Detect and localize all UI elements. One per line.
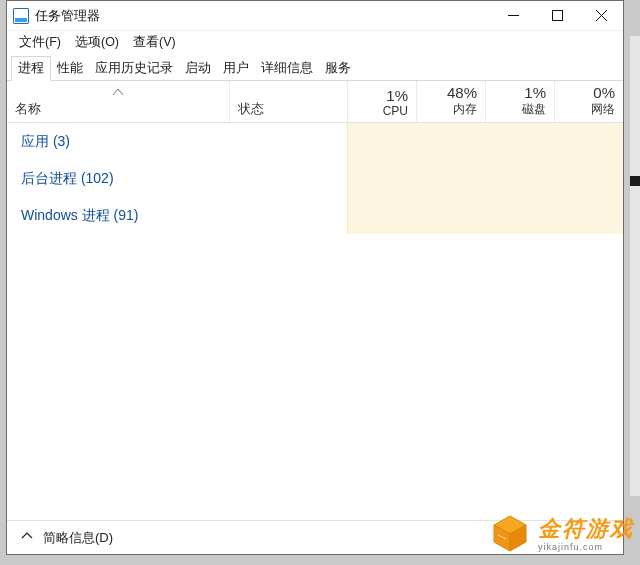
group-label: 后台进程 (102) bbox=[7, 170, 229, 188]
tab-processes[interactable]: 进程 bbox=[11, 56, 51, 81]
tab-services[interactable]: 服务 bbox=[319, 57, 357, 80]
col-header-disk[interactable]: 1% 磁盘 bbox=[485, 81, 554, 122]
col-status-label: 状态 bbox=[238, 100, 339, 118]
network-usage-value: 0% bbox=[563, 84, 615, 101]
close-button[interactable] bbox=[579, 1, 623, 31]
col-header-name[interactable]: 名称 bbox=[7, 81, 229, 122]
disk-label: 磁盘 bbox=[494, 101, 546, 118]
footer: 简略信息(D) bbox=[7, 520, 623, 554]
sort-indicator-icon bbox=[113, 84, 123, 98]
menu-options[interactable]: 选项(O) bbox=[71, 33, 123, 52]
cpu-label: CPU bbox=[356, 104, 408, 118]
process-table: 名称 状态 1% CPU 48% 内存 1% 磁盘 0% 网络 bbox=[7, 81, 623, 520]
menu-view[interactable]: 查看(V) bbox=[129, 33, 180, 52]
group-background[interactable]: 后台进程 (102) bbox=[7, 160, 623, 197]
app-icon bbox=[13, 8, 29, 24]
task-manager-window: 任务管理器 文件(F) 选项(O) 查看(V) 进程 性能 应用历史记录 启动 … bbox=[6, 0, 624, 555]
maximize-icon bbox=[552, 10, 563, 21]
col-header-network[interactable]: 0% 网络 bbox=[554, 81, 623, 122]
col-header-status[interactable]: 状态 bbox=[229, 81, 347, 122]
minimize-icon bbox=[508, 10, 519, 21]
window-title: 任务管理器 bbox=[35, 7, 100, 25]
fewer-details-button[interactable]: 简略信息(D) bbox=[43, 529, 113, 547]
cpu-usage-value: 1% bbox=[356, 87, 408, 104]
network-label: 网络 bbox=[563, 101, 615, 118]
tab-users[interactable]: 用户 bbox=[217, 57, 255, 80]
maximize-button[interactable] bbox=[535, 1, 579, 31]
titlebar[interactable]: 任务管理器 bbox=[7, 1, 623, 31]
memory-usage-value: 48% bbox=[425, 84, 477, 101]
col-header-memory[interactable]: 48% 内存 bbox=[416, 81, 485, 122]
group-apps[interactable]: 应用 (3) bbox=[7, 123, 623, 160]
table-body[interactable]: 应用 (3) 后台进程 (102) Windows 进程 (91) bbox=[7, 123, 623, 520]
close-icon bbox=[596, 10, 607, 21]
tab-app-history[interactable]: 应用历史记录 bbox=[89, 57, 179, 80]
tabbar: 进程 性能 应用历史记录 启动 用户 详细信息 服务 bbox=[7, 53, 623, 81]
disk-usage-value: 1% bbox=[494, 84, 546, 101]
tab-performance[interactable]: 性能 bbox=[51, 57, 89, 80]
minimize-button[interactable] bbox=[491, 1, 535, 31]
svg-rect-1 bbox=[552, 11, 562, 21]
col-name-label: 名称 bbox=[15, 100, 221, 118]
menu-file[interactable]: 文件(F) bbox=[15, 33, 65, 52]
group-label: Windows 进程 (91) bbox=[7, 207, 229, 225]
chevron-up-icon bbox=[21, 530, 33, 545]
col-header-cpu[interactable]: 1% CPU bbox=[347, 81, 416, 122]
group-windows[interactable]: Windows 进程 (91) bbox=[7, 197, 623, 234]
tab-startup[interactable]: 启动 bbox=[179, 57, 217, 80]
tab-details[interactable]: 详细信息 bbox=[255, 57, 319, 80]
menubar: 文件(F) 选项(O) 查看(V) bbox=[7, 31, 623, 53]
table-header-row: 名称 状态 1% CPU 48% 内存 1% 磁盘 0% 网络 bbox=[7, 81, 623, 123]
memory-label: 内存 bbox=[425, 101, 477, 118]
group-label: 应用 (3) bbox=[7, 133, 229, 151]
